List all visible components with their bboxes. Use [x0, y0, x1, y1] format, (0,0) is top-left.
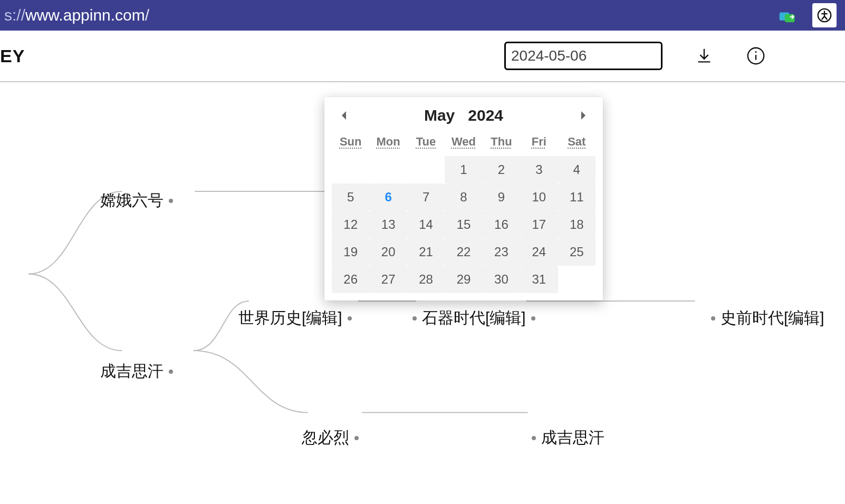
dow-header: Sat [558, 130, 596, 156]
calendar-day[interactable]: 30 [483, 266, 520, 293]
info-button[interactable] [746, 46, 766, 66]
node-connector-dot [532, 436, 536, 440]
mindmap-node[interactable]: 世界历史[编辑] [238, 307, 352, 329]
calendar-day[interactable]: 11 [558, 183, 596, 211]
node-connector-dot [711, 316, 715, 321]
calendar-day[interactable]: 23 [483, 238, 520, 266]
download-icon [694, 46, 714, 66]
month-label: May [424, 106, 455, 124]
url-protocol: s:// [4, 6, 25, 24]
app-header: EY [0, 31, 845, 82]
calendar-day[interactable]: 25 [558, 238, 596, 266]
calendar-day[interactable]: 16 [483, 211, 520, 238]
extension-translate-icon[interactable] [779, 9, 796, 22]
page-title: EY [0, 46, 25, 66]
node-label: 成吉思汗 [541, 427, 604, 449]
calendar-day[interactable]: 22 [445, 238, 482, 266]
dow-header: Thu [483, 130, 520, 156]
svg-point-5 [755, 51, 756, 53]
calendar-day[interactable]: 27 [369, 266, 407, 293]
svg-rect-1 [785, 14, 795, 22]
calendar-day[interactable]: 9 [483, 183, 520, 211]
calendar-day[interactable]: 5 [332, 183, 369, 211]
calendar-day[interactable]: 18 [558, 211, 596, 238]
calendar-grid: SunMonTueWedThuFriSat1234567891011121314… [332, 130, 596, 293]
chevron-left-icon [340, 110, 348, 121]
chevron-right-icon [579, 110, 588, 121]
node-connector-dot [348, 316, 352, 321]
dow-header: Tue [407, 130, 445, 156]
mindmap-node[interactable]: 嫦娥六号 [100, 190, 173, 211]
prev-month-button[interactable] [337, 109, 351, 122]
node-connector-dot [412, 316, 417, 321]
calendar-day[interactable]: 17 [520, 211, 558, 238]
node-label: 史前时代[编辑] [721, 307, 824, 329]
calendar-empty-cell [369, 156, 407, 183]
calendar-day[interactable]: 6 [369, 183, 407, 211]
url-path: / [145, 6, 149, 24]
mindmap-node[interactable]: 成吉思汗 [532, 427, 604, 449]
year-label: 2024 [468, 106, 503, 124]
calendar-day[interactable]: 8 [445, 183, 482, 211]
node-label: 石器时代[编辑] [422, 307, 526, 329]
url-display[interactable]: s://www.appinn.com/ [4, 6, 779, 24]
calendar-day[interactable]: 24 [520, 238, 558, 266]
dow-header: Wed [445, 130, 482, 156]
calendar-day[interactable]: 20 [369, 238, 407, 266]
dow-header: Mon [369, 130, 407, 156]
mindmap-node[interactable]: 忽必烈 [302, 427, 359, 449]
node-connector-dot [169, 370, 173, 374]
next-month-button[interactable] [577, 109, 590, 122]
mindmap-node[interactable]: 成吉思汗 [100, 361, 173, 382]
calendar-day[interactable]: 12 [332, 211, 369, 238]
node-label: 嫦娥六号 [100, 190, 164, 211]
node-connector-dot [531, 316, 535, 321]
info-icon [746, 46, 766, 66]
calendar-day[interactable]: 10 [520, 183, 558, 211]
mindmap-node[interactable]: 史前时代[编辑] [711, 307, 824, 329]
calendar-empty-cell [407, 156, 445, 183]
calendar-day[interactable]: 29 [445, 266, 482, 293]
node-connector-dot [169, 199, 173, 203]
calendar-day[interactable]: 26 [332, 266, 369, 293]
calendar-day[interactable]: 7 [407, 183, 445, 211]
browser-address-bar: s://www.appinn.com/ [0, 0, 845, 31]
mindmap-node[interactable]: 石器时代[编辑] [412, 307, 535, 329]
calendar-day[interactable]: 31 [520, 266, 558, 293]
calendar-day[interactable]: 14 [407, 211, 445, 238]
calendar-day[interactable]: 21 [407, 238, 445, 266]
calendar-day[interactable]: 28 [407, 266, 445, 293]
node-label: 忽必烈 [302, 427, 349, 449]
calendar-day[interactable]: 2 [483, 156, 520, 183]
calendar-day[interactable]: 3 [520, 156, 558, 183]
month-year-label: May 2024 [424, 106, 503, 124]
url-host: www.appinn.com [25, 6, 145, 24]
date-picker-popover: May 2024 SunMonTueWedThuFriSat1234567891… [324, 97, 603, 301]
date-input[interactable] [504, 42, 662, 70]
node-label: 世界历史[编辑] [238, 307, 342, 329]
node-label: 成吉思汗 [100, 361, 164, 382]
calendar-day[interactable]: 19 [332, 238, 369, 266]
extension-tree-icon[interactable] [812, 3, 837, 27]
calendar-day[interactable]: 4 [558, 156, 596, 183]
calendar-day[interactable]: 13 [369, 211, 407, 238]
download-button[interactable] [694, 46, 714, 66]
calendar-day[interactable]: 1 [445, 156, 482, 183]
calendar-empty-cell [332, 156, 369, 183]
dow-header: Sun [332, 130, 369, 156]
node-connector-dot [354, 436, 359, 440]
dow-header: Fri [520, 130, 558, 156]
calendar-day[interactable]: 15 [445, 211, 482, 238]
